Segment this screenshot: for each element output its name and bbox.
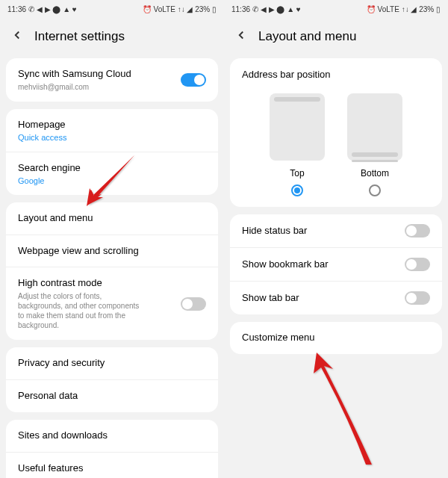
hide-status-item[interactable]: Hide status bar xyxy=(230,214,442,248)
bottom-label: Bottom xyxy=(361,168,389,179)
header: Layout and menu xyxy=(224,18,448,55)
useful-item[interactable]: Useful features xyxy=(6,453,218,478)
homepage-title: Homepage xyxy=(18,119,206,131)
arrow-icon xyxy=(306,351,381,471)
status-time: 11:36 xyxy=(7,5,26,13)
webpage-view-item[interactable]: Webpage view and scrolling xyxy=(6,235,218,268)
sites-item[interactable]: Sites and downloads xyxy=(6,420,218,453)
layout-menu-item[interactable]: Layout and menu xyxy=(6,202,218,235)
homepage-item[interactable]: Homepage Quick access xyxy=(6,109,218,152)
address-bar-options: Top Bottom xyxy=(230,87,442,207)
homepage-sub: Quick access xyxy=(18,133,206,142)
internet-settings-screen: 11:36 ✆ ◀ ▶ ⬤ ▲ ♥ ⏰ VoLTE ↑↓ ◢ 23% ▯ Int… xyxy=(0,0,224,478)
bookmark-title: Show bookmark bar xyxy=(242,258,329,271)
top-option[interactable]: Top xyxy=(270,93,325,196)
webpage-title: Webpage view and scrolling xyxy=(18,245,206,258)
phone-preview-bottom-icon xyxy=(347,93,402,161)
customize-card: Customize menu xyxy=(230,322,442,354)
bookmark-bar-item[interactable]: Show bookmark bar xyxy=(230,248,442,282)
tab-title: Show tab bar xyxy=(242,292,299,305)
bars-card: Hide status bar Show bookmark bar Show t… xyxy=(230,214,442,314)
sync-sub: mehviish@gmail.com xyxy=(18,82,181,92)
privacy-card: Privacy and security Personal data xyxy=(6,347,218,412)
hide-status-toggle[interactable] xyxy=(405,224,430,238)
display-card: Layout and menu Webpage view and scrolli… xyxy=(6,202,218,341)
sync-item[interactable]: Sync with Samsung Cloud mehviish@gmail.c… xyxy=(6,58,218,102)
personal-data-item[interactable]: Personal data xyxy=(6,380,218,412)
status-left-icons: ✆ ◀ ▶ ⬤ ▲ ♥ xyxy=(28,5,77,13)
search-title: Search engine xyxy=(18,162,206,175)
useful-title: Useful features xyxy=(18,462,206,475)
status-bar: 11:36 ✆ ◀ ▶ ⬤ ▲ ♥ ⏰ VoLTE ↑↓ ◢ 23% ▯ xyxy=(224,0,448,18)
contrast-title: High contrast mode xyxy=(18,277,181,290)
back-icon[interactable] xyxy=(234,28,258,45)
tab-bar-item[interactable]: Show tab bar xyxy=(230,282,442,314)
bookmark-toggle[interactable] xyxy=(405,258,430,271)
search-engine-item[interactable]: Search engine Google xyxy=(6,152,218,195)
sites-title: Sites and downloads xyxy=(18,429,206,442)
page-title: Internet settings xyxy=(34,29,125,44)
browsing-card: Homepage Quick access Search engine Goog… xyxy=(6,109,218,195)
phone-preview-top-icon xyxy=(270,93,325,161)
bottom-option[interactable]: Bottom xyxy=(347,93,402,196)
search-sub: Google xyxy=(18,176,206,185)
features-card: Sites and downloads Useful features Labs xyxy=(6,420,218,478)
contrast-toggle[interactable] xyxy=(181,297,206,311)
contrast-desc: Adjust the colors of fonts, backgrounds,… xyxy=(18,291,181,330)
status-left-icons: ✆ ◀ ▶ ⬤ ▲ ♥ xyxy=(252,5,301,13)
address-bar-label: Address bar position xyxy=(230,58,442,87)
privacy-item[interactable]: Privacy and security xyxy=(6,347,218,380)
status-right-icons: ⏰ VoLTE ↑↓ ◢ 23% ▯ xyxy=(367,5,441,13)
sync-toggle[interactable] xyxy=(181,73,206,87)
bottom-radio[interactable] xyxy=(369,184,381,196)
top-radio[interactable] xyxy=(291,184,303,196)
layout-menu-screen: 11:36 ✆ ◀ ▶ ⬤ ▲ ♥ ⏰ VoLTE ↑↓ ◢ 23% ▯ Lay… xyxy=(224,0,448,478)
status-bar: 11:36 ✆ ◀ ▶ ⬤ ▲ ♥ ⏰ VoLTE ↑↓ ◢ 23% ▯ xyxy=(0,0,224,18)
customize-title: Customize menu xyxy=(242,332,430,344)
high-contrast-item[interactable]: High contrast mode Adjust the colors of … xyxy=(6,267,218,340)
hide-status-title: Hide status bar xyxy=(242,225,307,238)
status-time: 11:36 xyxy=(231,5,250,13)
privacy-title: Privacy and security xyxy=(18,357,206,370)
customize-menu-item[interactable]: Customize menu xyxy=(230,322,442,354)
sync-title: Sync with Samsung Cloud xyxy=(18,68,181,81)
status-right-icons: ⏰ VoLTE ↑↓ ◢ 23% ▯ xyxy=(143,5,217,13)
top-label: Top xyxy=(290,168,304,179)
sync-card: Sync with Samsung Cloud mehviish@gmail.c… xyxy=(6,58,218,102)
tab-toggle[interactable] xyxy=(405,291,430,305)
address-bar-card: Address bar position Top Bottom xyxy=(230,58,442,207)
back-icon[interactable] xyxy=(10,28,34,45)
header: Internet settings xyxy=(0,18,224,55)
page-title: Layout and menu xyxy=(258,29,356,44)
personal-title: Personal data xyxy=(18,390,206,403)
layout-title: Layout and menu xyxy=(18,212,206,225)
